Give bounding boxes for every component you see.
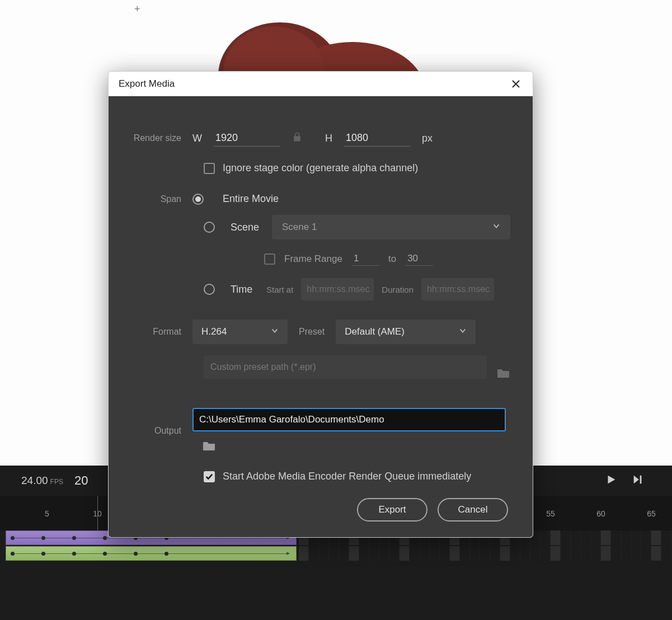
frame-from-input[interactable] — [351, 252, 379, 266]
fps-value: 24.00 — [21, 475, 48, 487]
close-button[interactable] — [509, 77, 523, 91]
ignore-stage-checkbox[interactable] — [204, 163, 215, 174]
frame-to-input[interactable] — [405, 252, 433, 266]
render-size-label: Render size — [131, 133, 192, 143]
width-input[interactable] — [213, 130, 280, 147]
play-forward-button[interactable] — [632, 473, 644, 488]
fps-unit: FPS — [50, 478, 63, 486]
ruler-num: 55 — [546, 509, 555, 518]
chevron-down-icon — [459, 326, 467, 337]
scene-dropdown[interactable]: Scene 1 — [272, 215, 510, 239]
chevron-down-icon — [271, 326, 279, 337]
timeline-track-2[interactable] — [0, 546, 672, 562]
marker-start[interactable] — [97, 496, 98, 530]
format-label: Format — [131, 327, 192, 337]
check-icon — [205, 473, 213, 481]
origin-plus-icon: + — [134, 3, 140, 15]
browse-output-button[interactable] — [192, 440, 216, 454]
dialog-body: Render size W H px Ignore stage color (g… — [109, 96, 533, 537]
height-input[interactable] — [344, 130, 411, 147]
time-placeholder: hh:mm:ss.msec — [307, 284, 369, 294]
cancel-button[interactable]: Cancel — [438, 498, 508, 522]
fps-display[interactable]: 24.00 FPS — [21, 475, 63, 487]
output-label: Output — [131, 426, 192, 436]
frame-range-label: Frame Range — [284, 253, 342, 265]
custom-preset-placeholder: Custom preset path (*.epr) — [210, 362, 316, 372]
close-icon — [511, 79, 520, 88]
time-label: Time — [231, 284, 259, 295]
play-button[interactable] — [605, 473, 617, 488]
ruler-num: 5 — [45, 509, 49, 518]
entire-movie-radio[interactable] — [192, 194, 204, 205]
duration-label: Duration — [382, 285, 413, 294]
height-label: H — [325, 133, 332, 144]
duration-input[interactable]: hh:mm:ss.msec — [421, 278, 494, 300]
span-label: Span — [131, 194, 192, 204]
format-dropdown[interactable]: H.264 — [192, 320, 288, 344]
px-label: px — [422, 133, 433, 144]
scene-value: Scene 1 — [282, 222, 317, 233]
empty-frames[interactable] — [299, 546, 672, 561]
browse-preset-button[interactable] — [487, 368, 510, 381]
export-media-dialog: Export Media Render size W H px Ignore s… — [108, 71, 533, 538]
frame-range-checkbox[interactable] — [264, 253, 275, 265]
custom-preset-input[interactable]: Custom preset path (*.epr) — [204, 355, 487, 379]
time-placeholder: hh:mm:ss.msec — [427, 284, 490, 294]
ruler-num: 65 — [647, 509, 656, 518]
output-path-input[interactable] — [192, 408, 506, 431]
width-label: W — [192, 133, 202, 144]
ignore-stage-label: Ignore stage color (generate alpha chann… — [223, 162, 418, 174]
dialog-title: Export Media — [119, 78, 175, 90]
current-frame-display[interactable]: 20 — [74, 473, 88, 488]
scene-radio[interactable] — [204, 222, 215, 233]
ame-queue-checkbox[interactable] — [204, 471, 215, 482]
frame-to-label: to — [388, 253, 396, 265]
dialog-titlebar[interactable]: Export Media — [109, 72, 533, 96]
tween-clip[interactable] — [6, 546, 297, 561]
start-at-input[interactable]: hh:mm:ss.msec — [301, 278, 374, 300]
scene-label: Scene — [231, 222, 264, 233]
preset-dropdown[interactable]: Default (AME) — [336, 320, 476, 344]
format-value: H.264 — [201, 326, 227, 337]
chevron-down-icon — [492, 222, 500, 233]
export-button[interactable]: Export — [357, 498, 427, 522]
time-radio[interactable] — [204, 284, 215, 295]
timeline-toolbar — [605, 473, 644, 488]
preset-label: Preset — [299, 327, 325, 337]
start-at-label: Start at — [266, 285, 293, 294]
lock-aspect-icon[interactable] — [292, 131, 303, 145]
preset-value: Default (AME) — [345, 326, 405, 337]
ruler-num: 60 — [596, 509, 605, 518]
ame-queue-label: Start Adobe Media Encoder Render Queue i… — [223, 471, 471, 482]
entire-movie-label: Entire Movie — [223, 193, 279, 205]
